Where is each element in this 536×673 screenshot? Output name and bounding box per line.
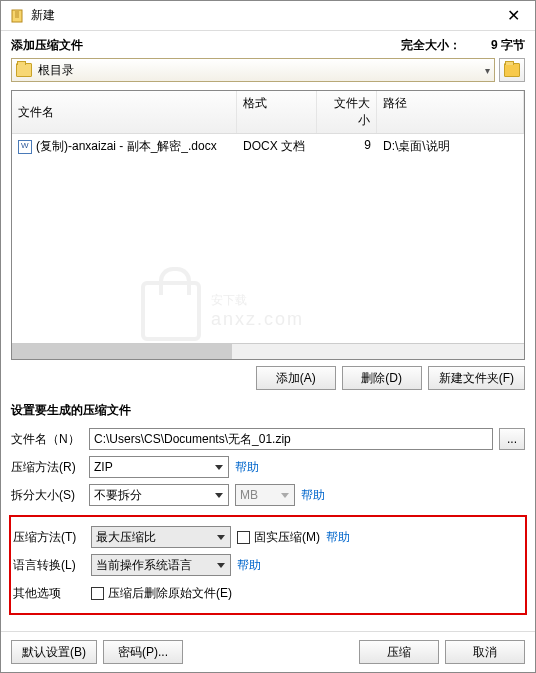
add-files-label: 添加压缩文件 <box>11 37 83 54</box>
help-link-lang[interactable]: 帮助 <box>237 557 261 574</box>
file-list: 文件名 格式 文件大小 路径 (复制)-anxaizai - 副本_解密_.do… <box>11 90 525 360</box>
new-folder-button[interactable]: 新建文件夹(F) <box>428 366 525 390</box>
list-buttons: 添加(A) 删除(D) 新建文件夹(F) <box>1 360 535 396</box>
output-form: 文件名（N） ... 压缩方法(R) ZIP 帮助 拆分大小(S) 不要拆分 M… <box>1 421 535 513</box>
table-row[interactable]: (复制)-anxaizai - 副本_解密_.docx DOCX 文档 9 D:… <box>12 134 524 159</box>
filename-input[interactable] <box>89 428 493 450</box>
scrollbar-thumb[interactable] <box>12 344 232 359</box>
split-unit-select: MB <box>235 484 295 506</box>
add-files-section: 添加压缩文件 完全大小： 9 字节 根目录 ▾ <box>1 31 535 90</box>
other-options-label: 其他选项 <box>13 585 85 602</box>
browse-folder-button[interactable] <box>499 58 525 82</box>
close-button[interactable]: ✕ <box>491 1 535 30</box>
root-path-text: 根目录 <box>38 62 74 79</box>
col-header-path[interactable]: 路径 <box>377 91 524 133</box>
checkbox-icon <box>237 531 250 544</box>
compress-method-select[interactable]: ZIP <box>89 456 229 478</box>
cancel-button[interactable]: 取消 <box>445 640 525 664</box>
checkbox-icon <box>91 587 104 600</box>
add-button[interactable]: 添加(A) <box>256 366 336 390</box>
col-header-name[interactable]: 文件名 <box>12 91 237 133</box>
compress-method-label: 压缩方法(R) <box>11 459 83 476</box>
docx-icon <box>18 140 32 154</box>
col-header-format[interactable]: 格式 <box>237 91 317 133</box>
highlighted-options: 压缩方法(T) 最大压缩比 固实压缩(M) 帮助 语言转换(L) 当前操作系统语… <box>9 515 527 615</box>
solid-compress-checkbox[interactable]: 固实压缩(M) <box>237 529 320 546</box>
file-list-body[interactable]: (复制)-anxaizai - 副本_解密_.docx DOCX 文档 9 D:… <box>12 134 524 343</box>
language-label: 语言转换(L) <box>13 557 85 574</box>
window-title: 新建 <box>31 7 491 24</box>
split-size-select[interactable]: 不要拆分 <box>89 484 229 506</box>
total-size: 完全大小： 9 字节 <box>401 37 525 54</box>
help-link-method[interactable]: 帮助 <box>235 459 259 476</box>
help-link-split[interactable]: 帮助 <box>301 487 325 504</box>
help-link-level[interactable]: 帮助 <box>326 529 350 546</box>
folder-icon <box>16 63 32 77</box>
bottom-bar: 默认设置(B) 密码(P)... 压缩 取消 <box>1 631 535 672</box>
compress-level-select[interactable]: 最大压缩比 <box>91 526 231 548</box>
file-list-header: 文件名 格式 文件大小 路径 <box>12 91 524 134</box>
col-header-size[interactable]: 文件大小 <box>317 91 377 133</box>
split-size-label: 拆分大小(S) <box>11 487 83 504</box>
compress-level-label: 压缩方法(T) <box>13 529 85 546</box>
delete-button[interactable]: 删除(D) <box>342 366 422 390</box>
chevron-down-icon: ▾ <box>485 65 490 76</box>
compress-button[interactable]: 压缩 <box>359 640 439 664</box>
svg-rect-1 <box>15 10 19 18</box>
delete-after-checkbox[interactable]: 压缩后删除原始文件(E) <box>91 585 232 602</box>
folder-open-icon <box>504 63 520 77</box>
horizontal-scrollbar[interactable] <box>12 343 524 359</box>
root-path-select[interactable]: 根目录 ▾ <box>11 58 495 82</box>
browse-output-button[interactable]: ... <box>499 428 525 450</box>
password-button[interactable]: 密码(P)... <box>103 640 183 664</box>
app-icon <box>9 8 25 24</box>
defaults-button[interactable]: 默认设置(B) <box>11 640 97 664</box>
language-select[interactable]: 当前操作系统语言 <box>91 554 231 576</box>
output-settings-title: 设置要生成的压缩文件 <box>1 396 535 421</box>
filename-label: 文件名（N） <box>11 431 83 448</box>
titlebar: 新建 ✕ <box>1 1 535 31</box>
